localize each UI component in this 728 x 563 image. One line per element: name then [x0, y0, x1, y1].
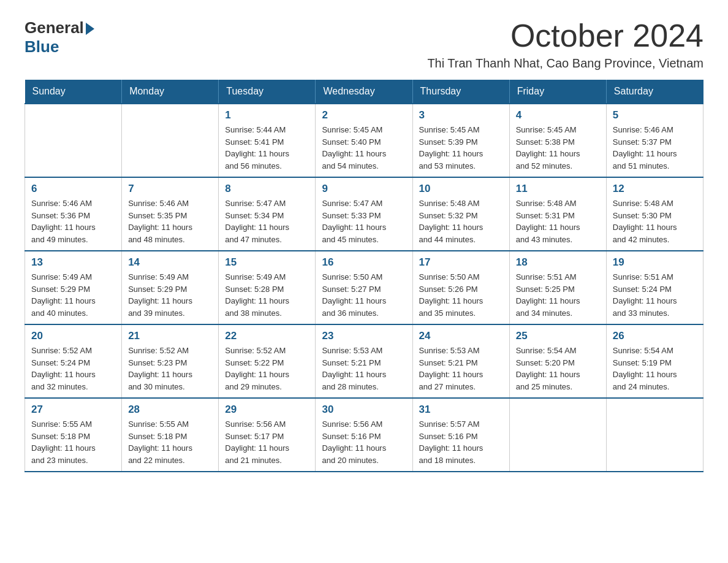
- day-number: 28: [128, 404, 212, 416]
- day-number: 19: [613, 256, 697, 269]
- calendar-week-4: 20Sunrise: 5:52 AM Sunset: 5:24 PM Dayli…: [25, 324, 703, 398]
- day-info: Sunrise: 5:48 AM Sunset: 5:30 PM Dayligh…: [613, 197, 697, 245]
- calendar-cell: 14Sunrise: 5:49 AM Sunset: 5:29 PM Dayli…: [122, 251, 219, 324]
- logo-general-text: General: [25, 18, 84, 37]
- day-number: 5: [613, 109, 697, 121]
- day-number: 9: [322, 183, 406, 195]
- day-number: 22: [225, 330, 309, 342]
- calendar-cell: 20Sunrise: 5:52 AM Sunset: 5:24 PM Dayli…: [25, 324, 122, 398]
- header-saturday: Saturday: [606, 80, 703, 104]
- day-number: 21: [128, 330, 212, 342]
- day-info: Sunrise: 5:49 AM Sunset: 5:28 PM Dayligh…: [225, 271, 309, 319]
- day-info: Sunrise: 5:47 AM Sunset: 5:34 PM Dayligh…: [225, 197, 309, 245]
- calendar-week-5: 27Sunrise: 5:55 AM Sunset: 5:18 PM Dayli…: [25, 398, 703, 472]
- calendar-week-1: 1Sunrise: 5:44 AM Sunset: 5:41 PM Daylig…: [25, 104, 703, 177]
- day-info: Sunrise: 5:49 AM Sunset: 5:29 PM Dayligh…: [31, 271, 115, 319]
- header-sunday: Sunday: [25, 80, 122, 104]
- day-info: Sunrise: 5:53 AM Sunset: 5:21 PM Dayligh…: [419, 345, 503, 393]
- calendar-cell: 13Sunrise: 5:49 AM Sunset: 5:29 PM Dayli…: [25, 251, 122, 324]
- day-number: 1: [225, 109, 309, 121]
- day-info: Sunrise: 5:56 AM Sunset: 5:17 PM Dayligh…: [225, 418, 309, 466]
- day-number: 8: [225, 183, 309, 195]
- calendar-cell: 21Sunrise: 5:52 AM Sunset: 5:23 PM Dayli…: [122, 324, 219, 398]
- calendar-cell: 18Sunrise: 5:51 AM Sunset: 5:25 PM Dayli…: [509, 251, 606, 324]
- day-info: Sunrise: 5:45 AM Sunset: 5:39 PM Dayligh…: [419, 124, 503, 172]
- calendar-cell: 29Sunrise: 5:56 AM Sunset: 5:17 PM Dayli…: [219, 398, 316, 472]
- day-number: 25: [516, 330, 600, 342]
- day-info: Sunrise: 5:52 AM Sunset: 5:22 PM Dayligh…: [225, 345, 309, 393]
- calendar-cell: 15Sunrise: 5:49 AM Sunset: 5:28 PM Dayli…: [219, 251, 316, 324]
- calendar-cell: 1Sunrise: 5:44 AM Sunset: 5:41 PM Daylig…: [219, 104, 316, 177]
- day-number: 2: [322, 109, 406, 121]
- title-area: October 2024 Thi Tran Thanh Nhat, Cao Ba…: [427, 18, 703, 71]
- day-info: Sunrise: 5:49 AM Sunset: 5:29 PM Dayligh…: [128, 271, 212, 319]
- calendar-header-row: SundayMondayTuesdayWednesdayThursdayFrid…: [25, 80, 703, 104]
- calendar-cell: 26Sunrise: 5:54 AM Sunset: 5:19 PM Dayli…: [606, 324, 703, 398]
- day-info: Sunrise: 5:46 AM Sunset: 5:37 PM Dayligh…: [613, 124, 697, 172]
- day-number: 14: [128, 256, 212, 269]
- logo: General Blue: [25, 18, 94, 56]
- calendar-cell: 10Sunrise: 5:48 AM Sunset: 5:32 PM Dayli…: [412, 177, 509, 251]
- calendar-cell: [25, 104, 122, 177]
- calendar-cell: [509, 398, 606, 472]
- day-number: 27: [31, 404, 115, 416]
- day-info: Sunrise: 5:57 AM Sunset: 5:16 PM Dayligh…: [419, 418, 503, 466]
- day-number: 4: [516, 109, 600, 121]
- calendar-table: SundayMondayTuesdayWednesdayThursdayFrid…: [25, 80, 703, 472]
- day-number: 6: [31, 183, 115, 195]
- month-title: October 2024: [427, 18, 703, 53]
- day-number: 3: [419, 109, 503, 121]
- day-number: 30: [322, 404, 406, 416]
- day-number: 18: [516, 256, 600, 269]
- calendar-cell: 24Sunrise: 5:53 AM Sunset: 5:21 PM Dayli…: [412, 324, 509, 398]
- logo-blue-text: Blue: [25, 37, 94, 56]
- day-number: 26: [613, 330, 697, 342]
- day-info: Sunrise: 5:48 AM Sunset: 5:31 PM Dayligh…: [516, 197, 600, 245]
- day-info: Sunrise: 5:56 AM Sunset: 5:16 PM Dayligh…: [322, 418, 406, 466]
- day-info: Sunrise: 5:52 AM Sunset: 5:24 PM Dayligh…: [31, 345, 115, 393]
- day-info: Sunrise: 5:45 AM Sunset: 5:38 PM Dayligh…: [516, 124, 600, 172]
- day-info: Sunrise: 5:54 AM Sunset: 5:20 PM Dayligh…: [516, 345, 600, 393]
- header-wednesday: Wednesday: [316, 80, 412, 104]
- calendar-cell: 6Sunrise: 5:46 AM Sunset: 5:36 PM Daylig…: [25, 177, 122, 251]
- calendar-cell: 31Sunrise: 5:57 AM Sunset: 5:16 PM Dayli…: [412, 398, 509, 472]
- day-info: Sunrise: 5:50 AM Sunset: 5:27 PM Dayligh…: [322, 271, 406, 319]
- day-number: 16: [322, 256, 406, 269]
- header-tuesday: Tuesday: [219, 80, 316, 104]
- day-number: 7: [128, 183, 212, 195]
- day-info: Sunrise: 5:48 AM Sunset: 5:32 PM Dayligh…: [419, 197, 503, 245]
- calendar-cell: 30Sunrise: 5:56 AM Sunset: 5:16 PM Dayli…: [316, 398, 412, 472]
- day-number: 12: [613, 183, 697, 195]
- calendar-cell: 5Sunrise: 5:46 AM Sunset: 5:37 PM Daylig…: [606, 104, 703, 177]
- day-info: Sunrise: 5:50 AM Sunset: 5:26 PM Dayligh…: [419, 271, 503, 319]
- calendar-cell: 2Sunrise: 5:45 AM Sunset: 5:40 PM Daylig…: [316, 104, 412, 177]
- day-info: Sunrise: 5:52 AM Sunset: 5:23 PM Dayligh…: [128, 345, 212, 393]
- day-info: Sunrise: 5:46 AM Sunset: 5:35 PM Dayligh…: [128, 197, 212, 245]
- calendar-cell: 8Sunrise: 5:47 AM Sunset: 5:34 PM Daylig…: [219, 177, 316, 251]
- calendar-cell: 12Sunrise: 5:48 AM Sunset: 5:30 PM Dayli…: [606, 177, 703, 251]
- day-number: 23: [322, 330, 406, 342]
- day-number: 13: [31, 256, 115, 269]
- day-info: Sunrise: 5:55 AM Sunset: 5:18 PM Dayligh…: [31, 418, 115, 466]
- day-info: Sunrise: 5:54 AM Sunset: 5:19 PM Dayligh…: [613, 345, 697, 393]
- calendar-cell: 28Sunrise: 5:55 AM Sunset: 5:18 PM Dayli…: [122, 398, 219, 472]
- calendar-cell: 25Sunrise: 5:54 AM Sunset: 5:20 PM Dayli…: [509, 324, 606, 398]
- day-info: Sunrise: 5:45 AM Sunset: 5:40 PM Dayligh…: [322, 124, 406, 172]
- calendar-cell: 9Sunrise: 5:47 AM Sunset: 5:33 PM Daylig…: [316, 177, 412, 251]
- day-number: 29: [225, 404, 309, 416]
- day-info: Sunrise: 5:51 AM Sunset: 5:25 PM Dayligh…: [516, 271, 600, 319]
- day-info: Sunrise: 5:55 AM Sunset: 5:18 PM Dayligh…: [128, 418, 212, 466]
- day-number: 24: [419, 330, 503, 342]
- calendar-cell: 17Sunrise: 5:50 AM Sunset: 5:26 PM Dayli…: [412, 251, 509, 324]
- day-info: Sunrise: 5:51 AM Sunset: 5:24 PM Dayligh…: [613, 271, 697, 319]
- calendar-cell: [122, 104, 219, 177]
- header-thursday: Thursday: [412, 80, 509, 104]
- calendar-cell: 19Sunrise: 5:51 AM Sunset: 5:24 PM Dayli…: [606, 251, 703, 324]
- day-number: 11: [516, 183, 600, 195]
- day-number: 20: [31, 330, 115, 342]
- day-number: 31: [419, 404, 503, 416]
- calendar-cell: 4Sunrise: 5:45 AM Sunset: 5:38 PM Daylig…: [509, 104, 606, 177]
- header-friday: Friday: [509, 80, 606, 104]
- calendar-cell: 27Sunrise: 5:55 AM Sunset: 5:18 PM Dayli…: [25, 398, 122, 472]
- calendar-week-3: 13Sunrise: 5:49 AM Sunset: 5:29 PM Dayli…: [25, 251, 703, 324]
